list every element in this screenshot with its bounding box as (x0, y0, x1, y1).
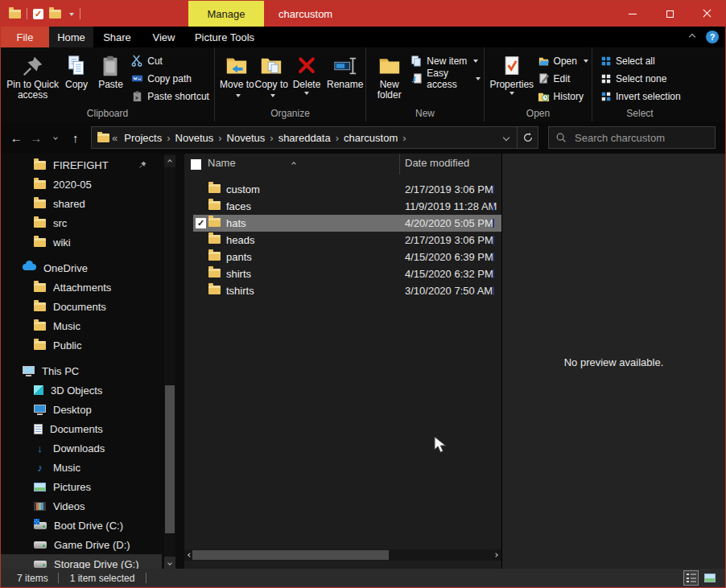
move-to-button[interactable]: Move to (220, 51, 254, 101)
open-button[interactable]: Open (534, 52, 592, 69)
column-header-date-modified[interactable]: Date modified (405, 157, 469, 169)
file-row-heads[interactable]: heads2/17/2019 3:06 PM (193, 232, 501, 249)
tab-home[interactable]: Home (49, 27, 93, 47)
close-button[interactable] (688, 1, 725, 27)
qat-dropdown-caret-icon[interactable] (69, 13, 74, 19)
refresh-button[interactable] (517, 127, 538, 148)
cut-button[interactable]: Cut (128, 52, 214, 69)
sidebar-item-music[interactable]: ♪Music (1, 458, 184, 477)
app-folder-icon[interactable] (9, 10, 21, 19)
breadcrumb-segment[interactable]: Novetus (223, 132, 270, 144)
edit-button[interactable]: Edit (534, 70, 592, 87)
scroll-up-button[interactable] (164, 155, 175, 167)
desktop-icon (34, 405, 46, 413)
thumbnail-view-button[interactable] (702, 570, 717, 586)
scroll-down-button[interactable] (164, 557, 175, 569)
sidebar-item-shared[interactable]: shared (1, 194, 184, 213)
sidebar-item-boot-drive-c[interactable]: Boot Drive (C:) (1, 516, 184, 535)
delete-button[interactable]: Delete (289, 51, 325, 97)
back-button[interactable]: ← (7, 128, 26, 147)
copy-button[interactable]: Copy (60, 51, 93, 90)
sidebar-item-wiki[interactable]: wiki (1, 232, 184, 252)
breadcrumb-segment[interactable]: Projects (120, 132, 166, 144)
sidebar-item-music[interactable]: Music (1, 316, 184, 335)
sidebar-scrollbar[interactable] (164, 154, 175, 570)
breadcrumb-segment[interactable]: Novetus (171, 132, 218, 144)
sidebar-item-storage-drive-g[interactable]: Storage Drive (G:) (1, 554, 162, 570)
rename-button[interactable]: Rename (324, 51, 365, 90)
file-row-pants[interactable]: pants4/15/2020 6:39 PM (193, 249, 501, 265)
scrollbar-thumb[interactable] (192, 550, 389, 560)
sidebar-item-onedrive[interactable]: OneDrive (1, 258, 184, 278)
sidebar-item-documents[interactable]: Documents (1, 419, 184, 438)
tab-share[interactable]: Share (93, 27, 141, 47)
properties-qat-icon[interactable]: ✓ (33, 9, 43, 19)
file-row-custom[interactable]: custom2/17/2019 3:06 PM (193, 181, 501, 198)
sidebar-item-documents[interactable]: Documents (1, 297, 184, 316)
select-none-button[interactable]: Select none (597, 70, 687, 87)
breadcrumb-separator-icon[interactable]: › (402, 132, 406, 144)
scroll-right-button[interactable] (490, 549, 501, 561)
minimize-ribbon-icon[interactable] (689, 34, 695, 40)
tab-view[interactable]: View (141, 27, 187, 47)
forward-button[interactable]: → (27, 128, 46, 147)
address-dropdown-button[interactable] (496, 127, 517, 148)
file-date-modified: 4/15/2020 6:32 PM (405, 268, 493, 280)
copy-to-button[interactable]: Copy to (254, 51, 289, 101)
sidebar-item-src[interactable]: src (1, 213, 184, 232)
video-icon (34, 502, 46, 511)
file-row-tshirts[interactable]: tshirts3/10/2020 7:50 AM (193, 282, 501, 299)
dropdown-caret-icon (270, 94, 275, 100)
recent-locations-button[interactable] (47, 128, 65, 147)
maximize-button[interactable] (651, 1, 688, 27)
row-checkbox[interactable]: ✓ (196, 218, 206, 228)
pin-to-quick-access-button[interactable]: Pin to Quick access (6, 51, 60, 101)
history-icon (538, 90, 550, 102)
sidebar-item-desktop[interactable]: Desktop (1, 400, 184, 419)
address-bar[interactable]: « Projects›Novetus›Novetus›shareddata›ch… (91, 126, 538, 149)
breadcrumb-segment[interactable]: shareddata (274, 132, 335, 144)
sidebar-item-videos[interactable]: Videos (1, 496, 184, 516)
paste-shortcut-button[interactable]: Paste shortcut (128, 88, 214, 105)
sidebar-item-this-pc[interactable]: This PC (1, 361, 184, 380)
breadcrumb-overflow-icon[interactable]: « (111, 132, 118, 144)
details-view-button[interactable] (683, 570, 699, 586)
sidebar-item-attachments[interactable]: Attachments (1, 278, 184, 297)
paste-button[interactable]: Paste (93, 51, 129, 90)
sidebar-item-pictures[interactable]: Pictures (1, 477, 184, 496)
manage-contextual-tab[interactable]: Manage (188, 1, 264, 27)
scrollbar-track[interactable] (192, 550, 490, 560)
tab-picture-tools[interactable]: Picture Tools (187, 27, 262, 47)
sidebar-item-firefight[interactable]: FIREFIGHT (1, 155, 184, 175)
select-all-button[interactable]: Select all (597, 52, 687, 69)
minimize-button[interactable] (614, 1, 651, 27)
invert-selection-button[interactable]: Invert selection (597, 88, 687, 105)
sidebar-item-downloads[interactable]: ↓Downloads (1, 438, 184, 458)
copy-path-button[interactable]: Copy path (128, 70, 214, 87)
file-row-shirts[interactable]: shirts4/15/2020 6:32 PM (193, 265, 501, 282)
select-all-checkbox[interactable] (191, 159, 201, 170)
search-box[interactable] (548, 126, 716, 149)
new-folder-button[interactable]: New folder (371, 51, 407, 101)
up-button[interactable]: ↑ (67, 128, 85, 147)
easy-access-button[interactable]: Easy access (407, 70, 484, 87)
search-input[interactable] (573, 131, 694, 145)
sidebar-item-public[interactable]: Public (1, 335, 184, 355)
scrollbar-thumb[interactable] (165, 385, 175, 533)
history-button[interactable]: History (534, 88, 592, 105)
column-header-name[interactable]: Name (208, 157, 236, 169)
horizontal-scrollbar[interactable] (184, 549, 501, 561)
file-row-faces[interactable]: faces11/9/2019 11:28 AM (193, 198, 501, 215)
tab-file[interactable]: File (1, 27, 49, 47)
properties-button[interactable]: Properties (489, 51, 534, 97)
sort-ascending-icon[interactable] (292, 156, 295, 168)
column-separator[interactable] (399, 154, 400, 175)
new-folder-qat-icon[interactable] (49, 10, 61, 19)
sidebar-item-3d-objects[interactable]: 3D Objects (1, 380, 184, 400)
file-row-hats[interactable]: ✓hats4/20/2020 5:05 PM (193, 215, 501, 232)
breadcrumb-segment[interactable]: charcustom (340, 132, 402, 144)
sidebar-item-game-drive-d[interactable]: Game Drive (D:) (1, 535, 184, 554)
button-label: Pin to Quick access (6, 80, 60, 101)
help-icon[interactable]: ? (706, 31, 719, 43)
sidebar-item-2020-05[interactable]: 2020-05 (1, 175, 184, 194)
